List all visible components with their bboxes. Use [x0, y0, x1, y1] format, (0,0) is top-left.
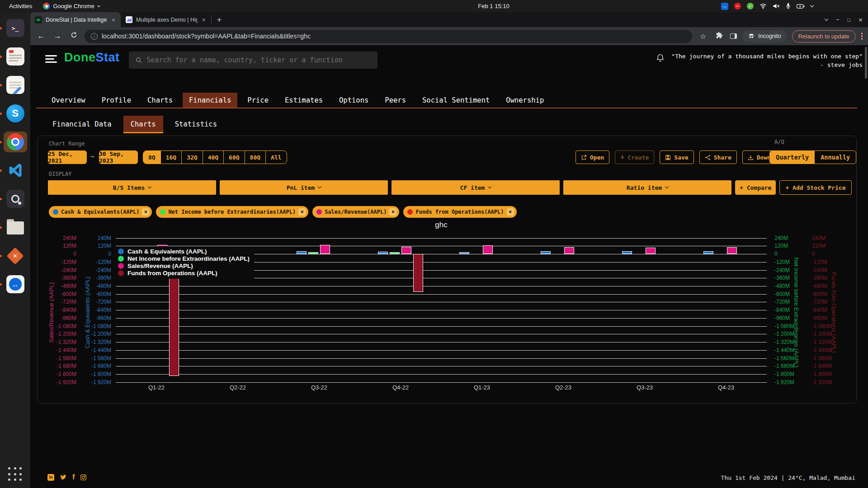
scrollbar-thumb[interactable]: [865, 47, 867, 79]
series-chip-sales-revenue-aapl[interactable]: Sales/Revenue(AAPL)×: [312, 206, 399, 218]
nav-tab-overview[interactable]: Overview: [45, 93, 92, 108]
remove-chip-icon[interactable]: ×: [507, 208, 514, 216]
nav-tab-options[interactable]: Options: [333, 93, 375, 108]
subnav-tab-statistics[interactable]: Statistics: [168, 116, 224, 133]
dropdown-cf-item[interactable]: CF item: [392, 180, 560, 195]
legend-item-net-income-before-extraordinaries-aapl[interactable]: Net Income before Extraordinaries (AAPL): [118, 255, 250, 262]
subnav-tab-financial-data[interactable]: Financial Data: [45, 116, 119, 133]
window-minimize-button[interactable]: −: [836, 16, 840, 23]
range-button-32q[interactable]: 32Q: [182, 151, 203, 164]
axis-tick-label: -1 320M: [774, 339, 806, 345]
open-button[interactable]: Open: [576, 150, 609, 164]
dock-item-vscode[interactable]: [4, 160, 27, 181]
dock-item-chrome[interactable]: [4, 131, 27, 152]
nav-tab-social-sentiment[interactable]: Social Sentiment: [416, 93, 496, 108]
dropdown-pnl-item[interactable]: PnL item: [220, 180, 388, 195]
hamburger-menu-icon[interactable]: [45, 55, 57, 63]
series-chip-cash-equivalents-aapl[interactable]: Cash & Equivalents(AAPL)×: [49, 206, 152, 218]
remove-chip-icon[interactable]: ×: [142, 208, 149, 216]
dock-item-teamviewer[interactable]: ↔: [4, 274, 27, 295]
chevron-down-icon: [97, 4, 100, 7]
bookmark-star-icon[interactable]: ☆: [698, 32, 708, 41]
compare-button[interactable]: + Compare: [735, 180, 776, 195]
dropdown-ratio-item[interactable]: Ratio item: [563, 180, 731, 195]
bar-net-income-before-extraordinaries-aapl-q3-22: [308, 252, 318, 254]
nav-tab-estimates[interactable]: Estimates: [278, 93, 329, 108]
series-chip-net-income-before-extraordinaries-aapl[interactable]: Net Income before Extraordinaries(AAPL)×: [156, 206, 308, 218]
axis-tick-label: -1 080M: [812, 323, 844, 329]
nav-tab-charts[interactable]: Charts: [141, 93, 179, 108]
dock-item-files[interactable]: [4, 217, 27, 238]
legend-item-sales-revenue-aapl[interactable]: Sales/Revenue (AAPL): [118, 262, 250, 269]
search-input[interactable]: [146, 56, 371, 64]
system-tray[interactable]: ↔−✓: [712, 0, 816, 12]
side-panel-icon[interactable]: [730, 33, 737, 39]
series-chip-funds-from-operations-aapl[interactable]: Funds from Operations(AAPL)×: [403, 206, 516, 218]
dropdown-b-s-items[interactable]: B/S Items: [48, 180, 216, 195]
activities-button[interactable]: Activities: [5, 3, 36, 9]
site-info-icon[interactable]: i: [91, 33, 98, 40]
axis-tick-label: -960M: [774, 315, 806, 321]
range-button-80q[interactable]: 80Q: [245, 151, 266, 164]
new-tab-button[interactable]: +: [212, 12, 227, 27]
clock[interactable]: Feb 1 15:10: [462, 0, 525, 12]
range-button-60q[interactable]: 60Q: [224, 151, 245, 164]
facebook-icon[interactable]: f: [72, 473, 75, 481]
range-button-16q[interactable]: 16Q: [161, 151, 182, 164]
legend-item-cash-equivalents-aapl[interactable]: Cash & Equivalents (AAPL): [118, 248, 250, 255]
global-search[interactable]: [129, 52, 377, 69]
remove-chip-icon[interactable]: ×: [389, 208, 396, 216]
address-bar[interactable]: i localhost:3001/dashboard/stock?symbol=…: [85, 30, 692, 43]
range-button-all[interactable]: All: [266, 151, 286, 164]
x-axis-label: Q1-23: [464, 384, 500, 391]
incognito-icon: [748, 33, 755, 40]
dock-item-draw-app[interactable]: ✕: [4, 245, 27, 266]
period-quarterly-button[interactable]: Quarterly: [770, 151, 815, 164]
create-button[interactable]: +Create: [615, 150, 654, 164]
date-from-button[interactable]: 25 Dec, 2021: [48, 150, 87, 164]
notifications-bell-icon[interactable]: [656, 53, 665, 65]
window-close-button[interactable]: ×: [859, 16, 863, 23]
app-logo[interactable]: DoneStat: [64, 51, 120, 65]
app-menu-button[interactable]: Google Chrome: [43, 3, 100, 9]
tab-search-chevron-icon[interactable]: [825, 17, 828, 21]
nav-tab-peers[interactable]: Peers: [378, 93, 412, 108]
date-to-button[interactable]: 30 Sep, 2023: [99, 150, 138, 164]
share-button[interactable]: Share: [699, 150, 737, 164]
window-maximize-button[interactable]: □: [848, 17, 851, 23]
gridline: [116, 238, 767, 239]
add-stock-price-button[interactable]: + Add Stock Price: [779, 180, 851, 195]
browser-menu-icon[interactable]: [861, 33, 863, 40]
twitter-icon[interactable]: [60, 474, 67, 481]
nav-tab-financials[interactable]: Financials: [183, 93, 237, 108]
forward-button[interactable]: →: [52, 32, 63, 41]
linkedin-icon[interactable]: in: [47, 474, 54, 481]
period-annually-button[interactable]: Annually: [815, 151, 856, 164]
relaunch-to-update-button[interactable]: Relaunch to update: [792, 30, 856, 42]
close-tab-icon[interactable]: ×: [111, 16, 116, 23]
remove-chip-icon[interactable]: ×: [298, 208, 306, 216]
app-grid-button[interactable]: [6, 465, 24, 483]
dock-item-skype[interactable]: S: [4, 103, 27, 124]
dock-item-text-editor[interactable]: [4, 46, 27, 67]
axis-tick-label: -960M: [812, 315, 844, 321]
range-button-8q[interactable]: 8Q: [143, 151, 161, 164]
x-axis-label: Q2-22: [220, 384, 256, 391]
nav-tab-profile[interactable]: Profile: [95, 93, 137, 108]
instagram-icon[interactable]: [80, 474, 87, 481]
dock-item-notes[interactable]: [4, 75, 27, 95]
extensions-icon[interactable]: [714, 32, 725, 41]
reload-button[interactable]: [68, 32, 79, 41]
back-button[interactable]: ←: [36, 32, 47, 41]
tab-donestat[interactable]: ds DoneStat | Data Intelligen ×: [30, 12, 121, 27]
nav-tab-ownership[interactable]: Ownership: [500, 93, 550, 108]
legend-item-funds-from-operations-aapl[interactable]: Funds from Operations (AAPL): [118, 269, 250, 277]
range-button-40q[interactable]: 40Q: [203, 151, 224, 164]
tab-highcharts[interactable]: Multiple axes Demo | High ×: [121, 12, 211, 27]
dock-item-screenshot-tool[interactable]: [4, 188, 27, 209]
save-button[interactable]: Save: [660, 150, 693, 164]
nav-tab-price[interactable]: Price: [241, 93, 275, 108]
dock-item-terminal[interactable]: >_: [4, 18, 27, 38]
subnav-tab-charts[interactable]: Charts: [123, 116, 163, 133]
close-tab-icon[interactable]: ×: [201, 16, 207, 23]
